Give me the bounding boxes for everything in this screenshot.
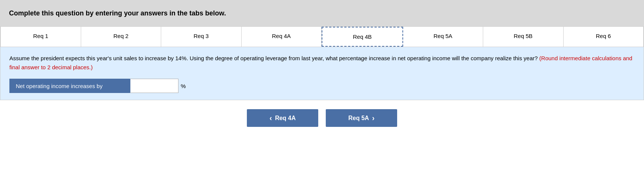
buttons-row: Req 4A Req 5A	[0, 109, 644, 134]
tabs-wrapper: Req 1 Req 2 Req 3 Req 4A Req 4B Req 5A R…	[0, 26, 644, 47]
chevron-left-icon	[269, 114, 272, 122]
answer-label: Net operating income increases by	[9, 79, 130, 93]
tab-req3[interactable]: Req 3	[161, 27, 242, 47]
percent-symbol: %	[178, 79, 186, 93]
next-button[interactable]: Req 5A	[326, 109, 397, 127]
tab-req4a[interactable]: Req 4A	[242, 27, 322, 47]
header-bar: Complete this question by entering your …	[0, 0, 644, 26]
tab-req1[interactable]: Req 1	[1, 27, 81, 47]
tab-req5a[interactable]: Req 5A	[403, 27, 484, 47]
tab-req2[interactable]: Req 2	[81, 27, 162, 47]
tabs-container: Req 1 Req 2 Req 3 Req 4A Req 4B Req 5A R…	[0, 27, 644, 47]
chevron-right-icon	[372, 114, 375, 122]
tab-req6[interactable]: Req 6	[564, 27, 644, 47]
header-title: Complete this question by entering your …	[9, 9, 226, 17]
tab-req4b[interactable]: Req 4B	[322, 27, 403, 47]
prev-button[interactable]: Req 4A	[247, 109, 318, 127]
tab-req5b[interactable]: Req 5B	[483, 27, 564, 47]
content-area: Assume the president expects this year's…	[0, 47, 644, 100]
question-main: Assume the president expects this year's…	[9, 55, 538, 61]
question-text: Assume the president expects this year's…	[9, 54, 635, 72]
next-button-label: Req 5A	[348, 115, 369, 122]
answer-row: Net operating income increases by %	[9, 79, 635, 93]
answer-input[interactable]	[130, 79, 178, 93]
prev-button-label: Req 4A	[275, 115, 296, 122]
